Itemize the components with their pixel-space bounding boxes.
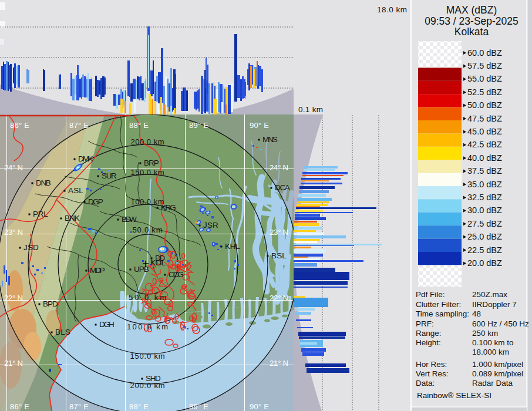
svg-text:Height:: Height: — [416, 338, 441, 347]
svg-text:24° N: 24° N — [4, 163, 23, 172]
svg-text:Range:: Range: — [416, 329, 442, 338]
svg-text:90° E: 90° E — [250, 121, 269, 130]
svg-text:KHL: KHL — [225, 242, 240, 251]
svg-text:UPB: UPB — [134, 265, 149, 274]
svg-text:Kolkata: Kolkata — [454, 26, 489, 38]
svg-text:89° E: 89° E — [189, 402, 208, 411]
svg-text:0.1 km: 0.1 km — [298, 105, 323, 114]
svg-text:22° N: 22° N — [270, 294, 288, 302]
svg-text:90° E: 90° E — [250, 402, 269, 411]
svg-text:40.0 dBZ: 40.0 dBZ — [467, 153, 502, 163]
svg-text:55.0 dBZ: 55.0 dBZ — [467, 74, 502, 83]
svg-text:KOL: KOL — [150, 258, 166, 267]
svg-text:Vert Res:: Vert Res: — [416, 369, 449, 378]
svg-text:20.0 dBZ: 20.0 dBZ — [467, 258, 502, 268]
svg-text:200.0 km: 200.0 km — [130, 381, 165, 390]
svg-text:Time sampling:: Time sampling: — [416, 309, 469, 318]
svg-text:Clutter Filter:: Clutter Filter: — [416, 300, 461, 309]
svg-text:22.5 dBZ: 22.5 dBZ — [467, 245, 502, 255]
svg-text:DMK: DMK — [78, 154, 93, 163]
svg-text:86° E: 86° E — [10, 121, 29, 130]
svg-text:87° E: 87° E — [69, 121, 89, 130]
svg-text:25.0 dBZ: 25.0 dBZ — [467, 232, 502, 241]
svg-text:MNS: MNS — [262, 135, 278, 144]
svg-text:100.0 km: 100.0 km — [127, 322, 168, 331]
svg-text:Hor Res:: Hor Res: — [416, 360, 447, 369]
svg-text:BSL: BSL — [271, 251, 287, 260]
svg-text:PRF:: PRF: — [416, 319, 434, 328]
svg-text:87° E: 87° E — [69, 402, 89, 411]
svg-text:PRL: PRL — [33, 210, 48, 218]
svg-text:23° N: 23° N — [270, 228, 288, 237]
svg-text:18.0 km: 18.0 km — [377, 5, 407, 14]
svg-text:DGH: DGH — [99, 320, 115, 329]
svg-text:47.5 dBZ: 47.5 dBZ — [467, 114, 502, 123]
svg-text:BNK: BNK — [65, 214, 80, 223]
svg-text:42.5 dBZ: 42.5 dBZ — [467, 140, 502, 149]
svg-text:60.0 dBZ: 60.0 dBZ — [467, 48, 502, 58]
svg-text:250Z.max: 250Z.max — [472, 290, 507, 299]
svg-text:88° E: 88° E — [129, 121, 149, 130]
svg-text:50.0 km: 50.0 km — [133, 225, 163, 234]
svg-text:50.0 km: 50.0 km — [129, 293, 166, 302]
svg-text:1.000 km/pixel: 1.000 km/pixel — [472, 360, 523, 369]
svg-text:37.5 dBZ: 37.5 dBZ — [467, 166, 502, 176]
svg-text:0.100 km to: 0.100 km to — [472, 338, 514, 347]
svg-text:18.000 km: 18.000 km — [472, 348, 509, 356]
svg-text:88° E: 88° E — [129, 402, 149, 411]
svg-text:JSD: JSD — [23, 243, 39, 252]
svg-text:BLS: BLS — [55, 328, 70, 336]
svg-text:30.0 dBZ: 30.0 dBZ — [467, 206, 502, 215]
svg-text:23° N: 23° N — [4, 228, 23, 237]
svg-text:MAX (dBZ): MAX (dBZ) — [446, 4, 497, 16]
svg-text:600 Hz / 450 Hz: 600 Hz / 450 Hz — [472, 319, 529, 328]
svg-text:DGP: DGP — [88, 197, 103, 206]
svg-text:Data:: Data: — [416, 379, 435, 388]
svg-text:27.5 dBZ: 27.5 dBZ — [467, 219, 502, 228]
svg-text:32.5 dBZ: 32.5 dBZ — [467, 193, 502, 202]
svg-text:21° N: 21° N — [4, 359, 23, 368]
svg-text:150.0 km: 150.0 km — [130, 352, 165, 361]
svg-text:BPD: BPD — [43, 299, 58, 308]
svg-text:21° N: 21° N — [270, 359, 288, 368]
svg-text:45.0 dBZ: 45.0 dBZ — [467, 127, 502, 136]
svg-text:DCA: DCA — [275, 183, 290, 192]
svg-text:CCG: CCG — [169, 270, 184, 279]
svg-text:SUR: SUR — [102, 171, 117, 180]
svg-text:52.5 dBZ: 52.5 dBZ — [467, 87, 502, 97]
svg-text:57.5 dBZ: 57.5 dBZ — [467, 61, 502, 70]
svg-text:JSR: JSR — [203, 221, 218, 230]
svg-text:BDW: BDW — [122, 215, 137, 224]
svg-text:BRP: BRP — [144, 159, 159, 167]
svg-text:Radar Data: Radar Data — [472, 379, 513, 388]
svg-text:250 km: 250 km — [472, 329, 498, 338]
svg-text:ASL: ASL — [68, 186, 83, 195]
svg-text:89° E: 89° E — [189, 121, 208, 130]
svg-text:35.0 dBZ: 35.0 dBZ — [467, 180, 502, 189]
svg-text:22° N: 22° N — [4, 294, 23, 302]
svg-text:MDP: MDP — [90, 266, 105, 275]
svg-text:Pdf File:: Pdf File: — [416, 290, 445, 299]
svg-text:100.0 km: 100.0 km — [131, 197, 164, 206]
svg-text:200.0 km: 200.0 km — [131, 137, 164, 146]
svg-text:48: 48 — [472, 309, 481, 318]
svg-text:24° N: 24° N — [270, 163, 288, 172]
svg-text:86° E: 86° E — [10, 402, 29, 411]
svg-text:IIRDoppler 7: IIRDoppler 7 — [472, 300, 517, 309]
svg-text:150.0 km: 150.0 km — [131, 168, 164, 177]
svg-text:0.089 km/pixel: 0.089 km/pixel — [472, 369, 523, 378]
svg-text:09:53 / 23-Sep-2025: 09:53 / 23-Sep-2025 — [425, 15, 518, 27]
svg-text:50.0 dBZ: 50.0 dBZ — [467, 100, 502, 110]
svg-text:Rainbow® SELEX-SI: Rainbow® SELEX-SI — [417, 391, 491, 400]
svg-text:DNB: DNB — [36, 178, 51, 187]
